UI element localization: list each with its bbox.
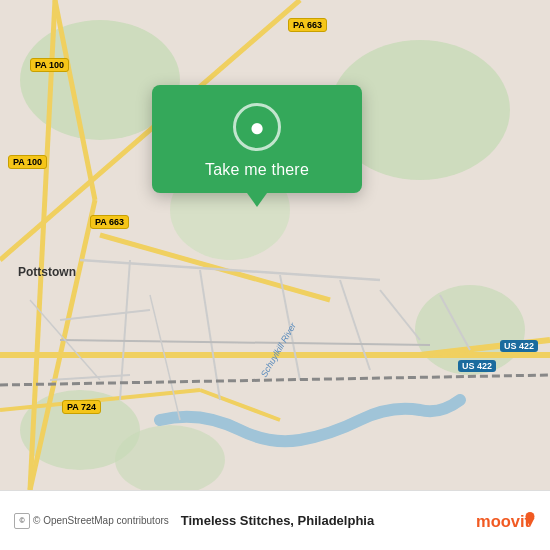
pa663-label-1: PA 663 (288, 18, 327, 32)
svg-text:moovit: moovit (476, 512, 531, 530)
pa663-label-2: PA 663 (90, 215, 129, 229)
map-container: PA 100 PA 100 PA 663 PA 663 PA 724 US 42… (0, 0, 550, 490)
pa100-label-1: PA 100 (30, 58, 69, 72)
popup-label: Take me there (205, 161, 309, 179)
osm-credit-text: © OpenStreetMap contributors (33, 515, 169, 526)
place-info: Timeless Stitches, Philadelphia (169, 513, 476, 528)
place-name: Timeless Stitches, Philadelphia (181, 513, 374, 528)
map-svg (0, 0, 550, 490)
us422-label-2: US 422 (500, 340, 538, 352)
location-pin-icon: ● (249, 114, 265, 140)
moovit-logo-area: moovit (476, 507, 536, 535)
location-icon-container: ● (233, 103, 281, 151)
bottom-bar: © © OpenStreetMap contributors Timeless … (0, 490, 550, 550)
us422-label-1: US 422 (458, 360, 496, 372)
pa100-label-2: PA 100 (8, 155, 47, 169)
pottstown-label: Pottstown (18, 265, 76, 279)
pa724-label: PA 724 (62, 400, 101, 414)
osm-logo: © (14, 513, 30, 529)
moovit-logo: moovit (476, 507, 536, 535)
osm-attribution: © © OpenStreetMap contributors (14, 513, 169, 529)
take-me-there-button[interactable]: ● Take me there (152, 85, 362, 193)
